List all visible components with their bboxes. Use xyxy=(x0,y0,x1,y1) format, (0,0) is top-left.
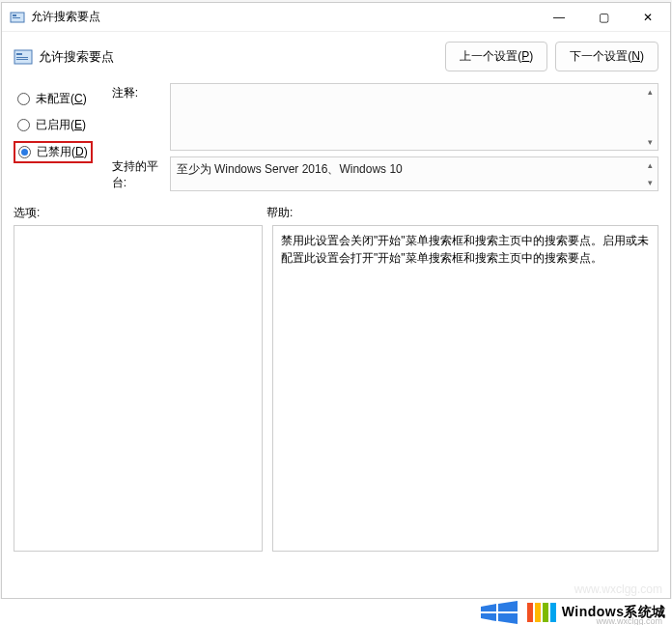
watermark-text: www.wxclgg.com xyxy=(574,582,662,596)
help-text: 禁用此设置会关闭"开始"菜单搜索框和搜索主页中的搜索要点。启用或未配置此设置会打… xyxy=(281,234,649,265)
window-controls: — ▢ ✕ xyxy=(537,3,670,32)
supported-on-field: 至少为 Windows Server 2016、Windows 10 ▴ ▾ xyxy=(170,156,658,191)
body-area: 未配置(C) 已启用(E) 已禁用(D) 注释: ▴ ▾ 支持的平台 xyxy=(2,79,670,191)
minimize-button[interactable]: — xyxy=(537,3,581,32)
supported-on-label: 支持的平台: xyxy=(112,156,170,191)
policy-editor-window: 允许搜索要点 — ▢ ✕ 允许搜索要点 上一个设置(P) 下一个设置(N) 未配… xyxy=(1,2,671,599)
radio-not-configured[interactable]: 未配置(C) xyxy=(14,89,93,109)
titlebar-title: 允许搜索要点 xyxy=(31,9,537,25)
scroll-down-icon[interactable]: ▾ xyxy=(642,134,658,150)
radio-dot-icon xyxy=(18,146,31,158)
svg-rect-6 xyxy=(16,59,28,60)
svg-rect-2 xyxy=(13,17,20,18)
options-panel xyxy=(14,225,263,552)
state-radio-group: 未配置(C) 已启用(E) 已禁用(D) xyxy=(14,83,93,191)
scroll-down-icon[interactable]: ▾ xyxy=(642,175,658,190)
svg-rect-5 xyxy=(16,57,28,58)
help-panel: 禁用此设置会关闭"开始"菜单搜索框和搜索主页中的搜索要点。启用或未配置此设置会打… xyxy=(272,225,658,552)
titlebar: 允许搜索要点 — ▢ ✕ xyxy=(2,3,670,32)
comment-label: 注释: xyxy=(112,83,170,151)
footer-sub-text: www.wxclgg.com xyxy=(596,616,662,625)
windows-logo-icon xyxy=(475,601,521,624)
radio-disabled[interactable]: 已禁用(D) xyxy=(14,141,93,163)
policy-title: 允许搜索要点 xyxy=(39,48,437,66)
footer-branding: Windows系统城 xyxy=(0,599,672,625)
policy-icon xyxy=(14,47,33,67)
svg-marker-8 xyxy=(498,601,518,611)
comment-textarea[interactable]: ▴ ▾ xyxy=(170,83,658,151)
svg-marker-10 xyxy=(498,613,518,624)
svg-rect-4 xyxy=(16,53,22,55)
svg-rect-1 xyxy=(13,14,16,16)
close-button[interactable]: ✕ xyxy=(626,3,670,32)
previous-setting-button[interactable]: 上一个设置(P) xyxy=(445,42,547,71)
radio-dot-icon xyxy=(17,119,30,131)
maximize-button[interactable]: ▢ xyxy=(581,3,626,32)
panels: 禁用此设置会关闭"开始"菜单搜索框和搜索主页中的搜索要点。启用或未配置此设置会打… xyxy=(2,225,670,561)
app-icon xyxy=(10,10,25,25)
svg-marker-9 xyxy=(481,613,496,621)
scroll-up-icon[interactable]: ▴ xyxy=(642,157,658,173)
radio-enabled[interactable]: 已启用(E) xyxy=(14,115,93,135)
next-setting-button[interactable]: 下一个设置(N) xyxy=(555,42,658,71)
radio-dot-icon xyxy=(17,93,30,105)
options-label: 选项: xyxy=(14,205,266,221)
help-label: 帮助: xyxy=(266,205,293,221)
color-bars-icon xyxy=(527,603,556,622)
svg-marker-7 xyxy=(481,604,496,611)
panel-labels: 选项: 帮助: xyxy=(2,191,670,225)
right-column: 注释: ▴ ▾ 支持的平台: 至少为 Windows Server 2016、W… xyxy=(112,83,658,191)
scroll-up-icon[interactable]: ▴ xyxy=(642,84,658,99)
header-row: 允许搜索要点 上一个设置(P) 下一个设置(N) xyxy=(2,32,670,79)
